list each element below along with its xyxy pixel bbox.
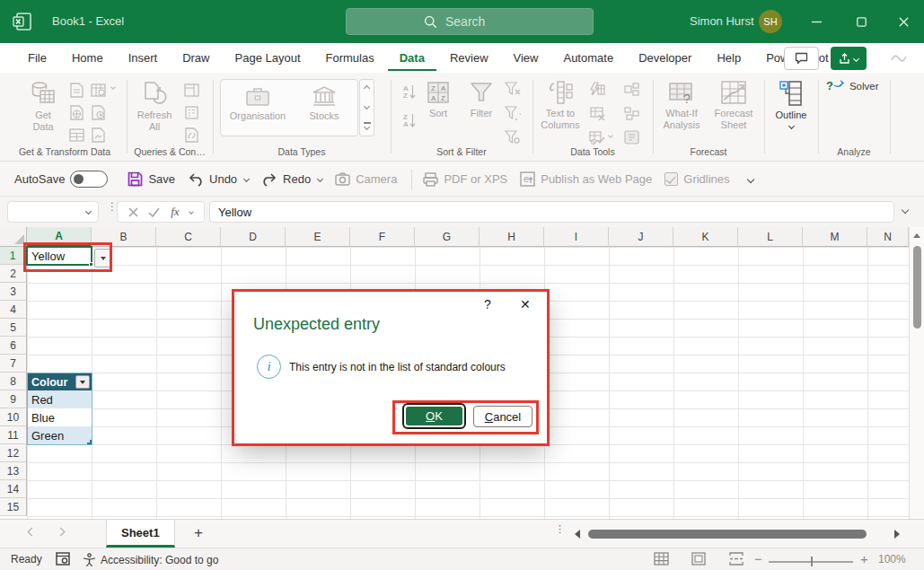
tab-review[interactable]: Review bbox=[438, 45, 500, 71]
tab-draw[interactable]: Draw bbox=[171, 45, 221, 71]
column-header-c[interactable]: C bbox=[156, 227, 221, 247]
data-model-icon[interactable] bbox=[623, 129, 639, 145]
column-header-g[interactable]: G bbox=[415, 227, 480, 247]
autosave-toggle[interactable] bbox=[70, 171, 108, 188]
column-header-d[interactable]: D bbox=[221, 227, 286, 247]
share-button[interactable] bbox=[831, 47, 867, 70]
insert-function-button[interactable]: fx bbox=[171, 205, 179, 219]
row-header-15[interactable]: 15 bbox=[0, 498, 27, 516]
table-resize-handle[interactable] bbox=[87, 440, 92, 444]
get-data-button[interactable]: Get Data bbox=[23, 80, 63, 133]
row-header-6[interactable]: 6 bbox=[0, 337, 27, 355]
tab-bar-grip[interactable]: ⋮ bbox=[555, 527, 565, 531]
column-header-f[interactable]: F bbox=[350, 227, 415, 247]
comments-button[interactable] bbox=[784, 47, 819, 70]
tab-file[interactable]: File bbox=[16, 45, 58, 71]
column-header-m[interactable]: M bbox=[803, 227, 867, 247]
qat-overflow-icon[interactable] bbox=[746, 175, 753, 182]
consolidate-icon[interactable] bbox=[623, 81, 639, 97]
tab-view[interactable]: View bbox=[502, 45, 550, 71]
filter-button[interactable]: Filter bbox=[462, 80, 501, 119]
workbook-links-icon[interactable] bbox=[183, 127, 199, 143]
what-if-analysis-button[interactable]: ? What-If Analysis bbox=[657, 80, 706, 131]
from-text-csv-icon[interactable] bbox=[68, 82, 84, 98]
add-sheet-button[interactable]: + bbox=[194, 524, 203, 542]
organisation-data-type[interactable]: Organisation bbox=[226, 85, 289, 121]
gallery-scroll[interactable] bbox=[359, 79, 374, 136]
row-header-3[interactable]: 3 bbox=[0, 283, 27, 301]
row-header-13[interactable]: 13 bbox=[0, 462, 27, 480]
confirm-entry-icon[interactable] bbox=[148, 207, 160, 217]
row-header-14[interactable]: 14 bbox=[0, 480, 27, 498]
solver-button[interactable]: ? Solver bbox=[826, 79, 879, 92]
tab-developer[interactable]: Developer bbox=[627, 45, 703, 71]
sort-button[interactable]: ZAAZ Sort bbox=[418, 80, 458, 119]
next-sheet-icon[interactable] bbox=[57, 528, 66, 537]
page-break-view-button[interactable] bbox=[729, 552, 744, 566]
stocks-data-type[interactable]: Stocks bbox=[293, 85, 356, 121]
save-button[interactable]: Save bbox=[128, 171, 175, 187]
row-header-10[interactable]: 10 bbox=[0, 408, 27, 426]
properties-icon[interactable] bbox=[183, 104, 199, 120]
row-header-5[interactable]: 5 bbox=[0, 319, 27, 337]
table-row-blue[interactable]: Blue bbox=[28, 408, 92, 426]
fx-chevron-icon[interactable] bbox=[189, 209, 194, 215]
existing-connections-icon[interactable] bbox=[90, 104, 106, 120]
name-box[interactable] bbox=[7, 201, 99, 223]
vertical-scroll-thumb[interactable] bbox=[913, 246, 921, 329]
text-to-columns-button[interactable]: Text to Columns bbox=[537, 80, 584, 131]
row-header-11[interactable]: 11 bbox=[0, 426, 27, 444]
row-header-8[interactable]: 8 bbox=[0, 373, 27, 390]
data-validation-icon[interactable] bbox=[589, 129, 605, 145]
macro-record-icon[interactable] bbox=[56, 552, 70, 566]
data-validation-chevron-icon[interactable] bbox=[608, 133, 613, 138]
tab-data[interactable]: Data bbox=[388, 45, 436, 71]
column-header-l[interactable]: L bbox=[738, 227, 803, 247]
vertical-scrollbar[interactable] bbox=[909, 227, 924, 519]
tab-formulas[interactable]: Formulas bbox=[314, 45, 386, 71]
recent-sources-icon[interactable] bbox=[90, 82, 106, 98]
column-header-h[interactable]: H bbox=[480, 227, 544, 247]
column-header-n[interactable]: N bbox=[867, 227, 909, 247]
column-header-i[interactable]: I bbox=[544, 227, 609, 247]
column-header-e[interactable]: E bbox=[286, 227, 350, 247]
cancel-entry-icon[interactable] bbox=[128, 207, 138, 217]
redo-button[interactable]: Redo bbox=[261, 172, 322, 187]
tab-page-layout[interactable]: Page Layout bbox=[224, 45, 312, 71]
forecast-sheet-button[interactable]: Forecast Sheet bbox=[709, 80, 758, 131]
row-header-4[interactable]: 4 bbox=[0, 301, 27, 319]
column-header-k[interactable]: K bbox=[673, 227, 738, 247]
from-web-icon[interactable] bbox=[68, 104, 84, 120]
relationships-icon[interactable] bbox=[623, 105, 639, 121]
close-button[interactable] bbox=[883, 0, 924, 43]
table-row-red[interactable]: Red bbox=[28, 390, 92, 408]
gallery-down-icon[interactable] bbox=[364, 103, 370, 110]
zoom-level[interactable]: 100% bbox=[878, 553, 906, 566]
accessibility-status[interactable]: Accessibility: Good to go bbox=[83, 553, 218, 566]
recent-sources-chevron-icon[interactable] bbox=[110, 84, 116, 90]
minimize-button[interactable] bbox=[796, 0, 837, 43]
tab-home[interactable]: Home bbox=[60, 45, 115, 71]
zoom-in-button[interactable]: + bbox=[860, 551, 868, 566]
gallery-up-icon[interactable] bbox=[364, 85, 370, 92]
reapply-filter-icon[interactable] bbox=[505, 105, 521, 121]
formula-bar-expand-icon[interactable] bbox=[902, 206, 909, 214]
prev-sheet-icon[interactable] bbox=[28, 528, 37, 537]
outline-button[interactable]: Outline bbox=[770, 80, 813, 128]
search-box[interactable]: Search bbox=[346, 8, 594, 35]
hscroll-right-icon[interactable] bbox=[894, 530, 900, 539]
queries-connections-icon[interactable] bbox=[183, 82, 199, 98]
refresh-all-button[interactable]: Refresh All bbox=[131, 80, 178, 133]
row-header-7[interactable]: 7 bbox=[0, 355, 27, 373]
formula-input[interactable]: Yellow bbox=[209, 201, 894, 223]
flash-fill-icon[interactable] bbox=[589, 81, 605, 97]
tab-insert[interactable]: Insert bbox=[117, 45, 170, 71]
zoom-out-button[interactable]: − bbox=[754, 551, 762, 566]
sheet-tab-sheet1[interactable]: Sheet1 bbox=[106, 520, 175, 548]
undo-button[interactable]: Undo bbox=[188, 172, 249, 187]
zoom-slider-handle[interactable] bbox=[811, 557, 813, 566]
clear-filter-icon[interactable] bbox=[505, 81, 521, 97]
horizontal-scroll-thumb[interactable] bbox=[588, 530, 867, 539]
tab-help[interactable]: Help bbox=[705, 45, 752, 71]
page-layout-view-button[interactable] bbox=[691, 552, 706, 566]
